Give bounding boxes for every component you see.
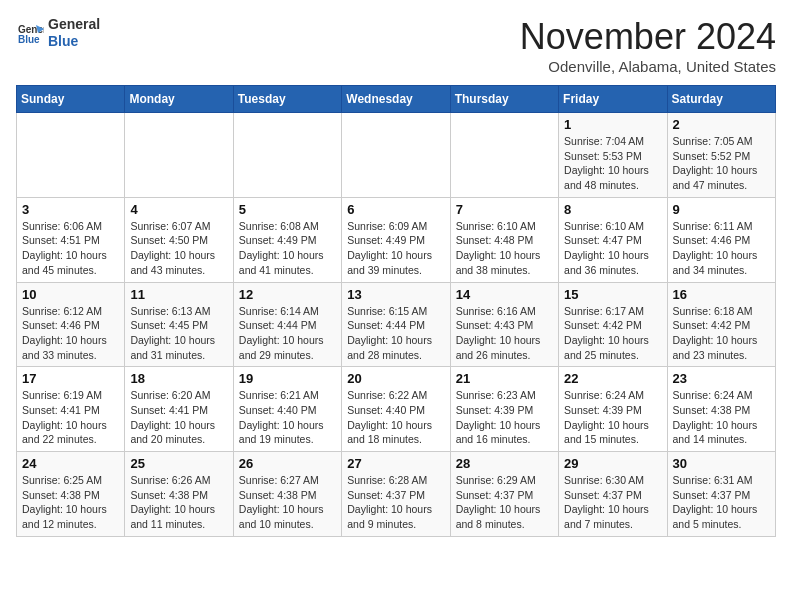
weekday-header-wednesday: Wednesday bbox=[342, 86, 450, 113]
weekday-header-friday: Friday bbox=[559, 86, 667, 113]
day-number: 24 bbox=[22, 456, 119, 471]
day-info: Sunrise: 6:15 AM Sunset: 4:44 PM Dayligh… bbox=[347, 304, 444, 363]
day-info: Sunrise: 6:18 AM Sunset: 4:42 PM Dayligh… bbox=[673, 304, 770, 363]
day-number: 14 bbox=[456, 287, 553, 302]
day-number: 1 bbox=[564, 117, 661, 132]
day-number: 12 bbox=[239, 287, 336, 302]
day-number: 6 bbox=[347, 202, 444, 217]
calendar-cell: 19Sunrise: 6:21 AM Sunset: 4:40 PM Dayli… bbox=[233, 367, 341, 452]
calendar-cell bbox=[17, 113, 125, 198]
day-number: 10 bbox=[22, 287, 119, 302]
day-info: Sunrise: 6:09 AM Sunset: 4:49 PM Dayligh… bbox=[347, 219, 444, 278]
day-info: Sunrise: 6:21 AM Sunset: 4:40 PM Dayligh… bbox=[239, 388, 336, 447]
day-info: Sunrise: 6:30 AM Sunset: 4:37 PM Dayligh… bbox=[564, 473, 661, 532]
day-info: Sunrise: 6:23 AM Sunset: 4:39 PM Dayligh… bbox=[456, 388, 553, 447]
day-number: 16 bbox=[673, 287, 770, 302]
title-block: November 2024 Odenville, Alabama, United… bbox=[520, 16, 776, 75]
day-number: 5 bbox=[239, 202, 336, 217]
location-text: Odenville, Alabama, United States bbox=[520, 58, 776, 75]
day-info: Sunrise: 6:12 AM Sunset: 4:46 PM Dayligh… bbox=[22, 304, 119, 363]
calendar-cell: 26Sunrise: 6:27 AM Sunset: 4:38 PM Dayli… bbox=[233, 452, 341, 537]
calendar-cell: 14Sunrise: 6:16 AM Sunset: 4:43 PM Dayli… bbox=[450, 282, 558, 367]
day-info: Sunrise: 6:22 AM Sunset: 4:40 PM Dayligh… bbox=[347, 388, 444, 447]
calendar-header: SundayMondayTuesdayWednesdayThursdayFrid… bbox=[17, 86, 776, 113]
day-info: Sunrise: 6:28 AM Sunset: 4:37 PM Dayligh… bbox=[347, 473, 444, 532]
calendar-cell: 16Sunrise: 6:18 AM Sunset: 4:42 PM Dayli… bbox=[667, 282, 775, 367]
logo-general-text: General bbox=[48, 16, 100, 33]
day-number: 8 bbox=[564, 202, 661, 217]
calendar-cell: 28Sunrise: 6:29 AM Sunset: 4:37 PM Dayli… bbox=[450, 452, 558, 537]
calendar-cell bbox=[450, 113, 558, 198]
day-info: Sunrise: 6:26 AM Sunset: 4:38 PM Dayligh… bbox=[130, 473, 227, 532]
weekday-header-thursday: Thursday bbox=[450, 86, 558, 113]
day-info: Sunrise: 6:27 AM Sunset: 4:38 PM Dayligh… bbox=[239, 473, 336, 532]
day-number: 22 bbox=[564, 371, 661, 386]
weekday-header-monday: Monday bbox=[125, 86, 233, 113]
calendar-cell: 22Sunrise: 6:24 AM Sunset: 4:39 PM Dayli… bbox=[559, 367, 667, 452]
day-info: Sunrise: 6:31 AM Sunset: 4:37 PM Dayligh… bbox=[673, 473, 770, 532]
day-number: 21 bbox=[456, 371, 553, 386]
weekday-header-sunday: Sunday bbox=[17, 86, 125, 113]
day-number: 18 bbox=[130, 371, 227, 386]
day-number: 29 bbox=[564, 456, 661, 471]
logo-blue-text: Blue bbox=[48, 33, 100, 50]
day-number: 26 bbox=[239, 456, 336, 471]
day-info: Sunrise: 6:24 AM Sunset: 4:38 PM Dayligh… bbox=[673, 388, 770, 447]
weekday-header-tuesday: Tuesday bbox=[233, 86, 341, 113]
day-info: Sunrise: 7:04 AM Sunset: 5:53 PM Dayligh… bbox=[564, 134, 661, 193]
day-number: 19 bbox=[239, 371, 336, 386]
calendar-cell bbox=[125, 113, 233, 198]
calendar-cell: 6Sunrise: 6:09 AM Sunset: 4:49 PM Daylig… bbox=[342, 197, 450, 282]
calendar-cell: 17Sunrise: 6:19 AM Sunset: 4:41 PM Dayli… bbox=[17, 367, 125, 452]
day-info: Sunrise: 6:25 AM Sunset: 4:38 PM Dayligh… bbox=[22, 473, 119, 532]
calendar-body: 1Sunrise: 7:04 AM Sunset: 5:53 PM Daylig… bbox=[17, 113, 776, 537]
logo-icon: General Blue bbox=[16, 19, 44, 47]
page-header: General Blue General Blue November 2024 … bbox=[16, 16, 776, 75]
day-number: 4 bbox=[130, 202, 227, 217]
calendar-cell: 8Sunrise: 6:10 AM Sunset: 4:47 PM Daylig… bbox=[559, 197, 667, 282]
calendar-week-5: 24Sunrise: 6:25 AM Sunset: 4:38 PM Dayli… bbox=[17, 452, 776, 537]
calendar-cell: 11Sunrise: 6:13 AM Sunset: 4:45 PM Dayli… bbox=[125, 282, 233, 367]
day-info: Sunrise: 6:06 AM Sunset: 4:51 PM Dayligh… bbox=[22, 219, 119, 278]
calendar-cell: 4Sunrise: 6:07 AM Sunset: 4:50 PM Daylig… bbox=[125, 197, 233, 282]
calendar-cell: 23Sunrise: 6:24 AM Sunset: 4:38 PM Dayli… bbox=[667, 367, 775, 452]
calendar-cell: 1Sunrise: 7:04 AM Sunset: 5:53 PM Daylig… bbox=[559, 113, 667, 198]
day-info: Sunrise: 6:20 AM Sunset: 4:41 PM Dayligh… bbox=[130, 388, 227, 447]
calendar-cell: 24Sunrise: 6:25 AM Sunset: 4:38 PM Dayli… bbox=[17, 452, 125, 537]
calendar-cell: 3Sunrise: 6:06 AM Sunset: 4:51 PM Daylig… bbox=[17, 197, 125, 282]
day-info: Sunrise: 6:10 AM Sunset: 4:47 PM Dayligh… bbox=[564, 219, 661, 278]
weekday-header-row: SundayMondayTuesdayWednesdayThursdayFrid… bbox=[17, 86, 776, 113]
day-number: 13 bbox=[347, 287, 444, 302]
day-info: Sunrise: 6:16 AM Sunset: 4:43 PM Dayligh… bbox=[456, 304, 553, 363]
day-info: Sunrise: 6:29 AM Sunset: 4:37 PM Dayligh… bbox=[456, 473, 553, 532]
day-number: 15 bbox=[564, 287, 661, 302]
calendar-week-2: 3Sunrise: 6:06 AM Sunset: 4:51 PM Daylig… bbox=[17, 197, 776, 282]
day-number: 27 bbox=[347, 456, 444, 471]
calendar-cell: 5Sunrise: 6:08 AM Sunset: 4:49 PM Daylig… bbox=[233, 197, 341, 282]
day-info: Sunrise: 7:05 AM Sunset: 5:52 PM Dayligh… bbox=[673, 134, 770, 193]
calendar-week-4: 17Sunrise: 6:19 AM Sunset: 4:41 PM Dayli… bbox=[17, 367, 776, 452]
day-info: Sunrise: 6:07 AM Sunset: 4:50 PM Dayligh… bbox=[130, 219, 227, 278]
day-info: Sunrise: 6:19 AM Sunset: 4:41 PM Dayligh… bbox=[22, 388, 119, 447]
calendar-cell bbox=[342, 113, 450, 198]
calendar-cell: 15Sunrise: 6:17 AM Sunset: 4:42 PM Dayli… bbox=[559, 282, 667, 367]
calendar-week-1: 1Sunrise: 7:04 AM Sunset: 5:53 PM Daylig… bbox=[17, 113, 776, 198]
day-number: 30 bbox=[673, 456, 770, 471]
logo-text: General Blue bbox=[48, 16, 100, 50]
day-number: 2 bbox=[673, 117, 770, 132]
day-info: Sunrise: 6:10 AM Sunset: 4:48 PM Dayligh… bbox=[456, 219, 553, 278]
day-number: 7 bbox=[456, 202, 553, 217]
calendar-cell: 18Sunrise: 6:20 AM Sunset: 4:41 PM Dayli… bbox=[125, 367, 233, 452]
weekday-header-saturday: Saturday bbox=[667, 86, 775, 113]
calendar-cell: 2Sunrise: 7:05 AM Sunset: 5:52 PM Daylig… bbox=[667, 113, 775, 198]
day-number: 25 bbox=[130, 456, 227, 471]
day-number: 17 bbox=[22, 371, 119, 386]
day-info: Sunrise: 6:11 AM Sunset: 4:46 PM Dayligh… bbox=[673, 219, 770, 278]
day-info: Sunrise: 6:14 AM Sunset: 4:44 PM Dayligh… bbox=[239, 304, 336, 363]
calendar-table: SundayMondayTuesdayWednesdayThursdayFrid… bbox=[16, 85, 776, 537]
calendar-week-3: 10Sunrise: 6:12 AM Sunset: 4:46 PM Dayli… bbox=[17, 282, 776, 367]
calendar-cell: 29Sunrise: 6:30 AM Sunset: 4:37 PM Dayli… bbox=[559, 452, 667, 537]
day-number: 20 bbox=[347, 371, 444, 386]
day-number: 9 bbox=[673, 202, 770, 217]
day-number: 28 bbox=[456, 456, 553, 471]
